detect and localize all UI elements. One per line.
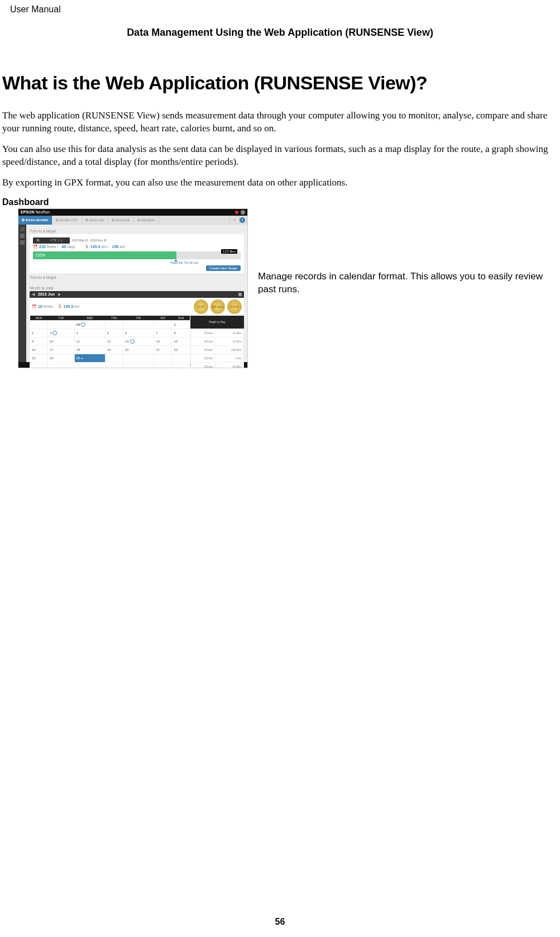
tab-search[interactable]: ✪ SEARCH	[134, 216, 159, 225]
medals: 12'55" 120.31km 2:30'15	[194, 299, 242, 314]
date-range: 2013 May 01 - 2013 Nov 30	[72, 239, 107, 242]
progress-marker: 115.3km	[221, 249, 237, 254]
info-icon[interactable]: i	[240, 217, 245, 223]
target-pointer-icon	[174, 259, 178, 261]
main-nav: ✪ DASH BOARD ✪ WORK OUT ✪ ANALYZE ✪ MANA…	[18, 216, 247, 225]
intro-paragraph-2: You can also use this for data analysis …	[2, 143, 558, 169]
event-chip: 第 マラソン	[33, 237, 70, 244]
times-metric: ⏰ 210 times / 40 days	[33, 245, 75, 249]
notification-icon[interactable]	[235, 211, 238, 214]
app-topbar: EPSON NeoRun	[18, 209, 247, 216]
medal-distance: 120.31km	[210, 299, 225, 314]
intro-paragraph-1: The web application (RUNSENSE View) send…	[2, 110, 558, 135]
month-panel: ◀ 2013 Jun ▶ ⏰ 10 times 🏃 145.3 km 12'55…	[30, 291, 244, 368]
dashboard-subhead: Dashboard	[2, 197, 560, 207]
lock-icon	[238, 293, 242, 296]
month-total-label: Month to total	[30, 286, 244, 290]
tab-manage[interactable]: ✪ MANAGE	[108, 216, 134, 225]
tab-dashboard[interactable]: ✪ DASH BOARD	[18, 216, 52, 225]
rail-item-2[interactable]	[20, 234, 25, 238]
app-name: NeoRun	[35, 210, 50, 214]
tab-analyze[interactable]: ✪ ANALYZE	[82, 216, 108, 225]
turn-to-target-label: Turn to a target	[30, 229, 244, 233]
month-label: 2013 Jun	[38, 292, 55, 296]
rail-item-1[interactable]	[20, 227, 25, 231]
target-line-label: Target line The 6th day	[170, 261, 241, 264]
distance-metric: 🏃 145.3 km / 150 km	[84, 245, 125, 249]
screenshot-caption: Manage records in calendar format. This …	[258, 270, 548, 297]
dashboard-screenshot: EPSON NeoRun ✪ DASH BOARD ✪ WORK OUT ✪ A…	[18, 208, 248, 368]
tab-workout[interactable]: ✪ WORK OUT	[52, 216, 82, 225]
page-title: What is the Web Application (RUNSENSE Vi…	[2, 72, 560, 94]
section-title: Data Management Using the Web Applicatio…	[0, 27, 560, 39]
left-rail	[18, 225, 26, 362]
calendar-summary: Graph to Day 25mes22.6km 50mes18.2km 40m…	[190, 316, 245, 368]
avatar-icon[interactable]	[241, 210, 245, 215]
medal-pace: 12'55"	[194, 299, 208, 314]
list-toggle[interactable]: ≡	[229, 216, 240, 225]
calendar: MONTUEWEDTHUFRISATSUN 281 2345678 910111…	[30, 316, 190, 368]
intro-paragraph-3: By exporting in GPX format, you can also…	[2, 177, 558, 189]
page-number: 56	[0, 917, 560, 927]
medal-time: 2:30'15	[227, 299, 242, 314]
month-distance: 🏃 145.3 km	[58, 305, 80, 309]
brand-label: EPSON	[21, 210, 35, 214]
turn-to-target-label-2: Turn to a target	[30, 275, 244, 279]
progress-fill: 132%	[33, 251, 176, 259]
doc-type-label: User Manual	[10, 4, 61, 15]
rail-item-3[interactable]	[20, 240, 25, 245]
progress-bar: 132% 115.3km	[33, 251, 241, 259]
target-panel: 第 マラソン 2013 May 01 - 2013 Nov 30 ⏰ 210 t…	[30, 234, 244, 273]
create-target-button[interactable]: Create New Target	[206, 265, 241, 271]
month-times: ⏰ 10 times	[32, 305, 53, 309]
